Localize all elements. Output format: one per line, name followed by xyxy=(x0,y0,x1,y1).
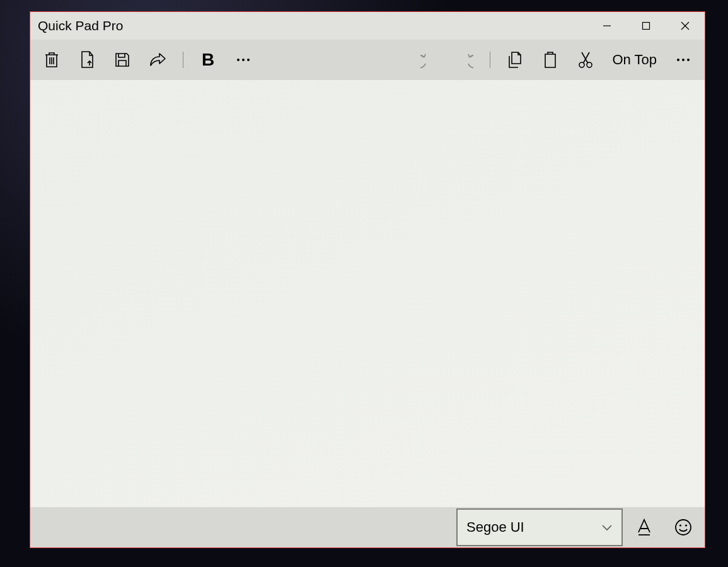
status-bar: Segoe UI xyxy=(30,507,705,547)
undo-button[interactable] xyxy=(412,42,447,77)
window-title: Quick Pad Pro xyxy=(38,18,123,33)
trash-icon xyxy=(43,51,60,69)
font-size-button[interactable] xyxy=(627,510,662,545)
emoji-icon xyxy=(674,518,692,536)
window-controls xyxy=(587,12,705,40)
maximize-button[interactable] xyxy=(627,12,666,40)
redo-icon xyxy=(456,51,473,69)
overflow-button[interactable] xyxy=(666,42,701,77)
svg-point-8 xyxy=(587,62,592,67)
open-file-button[interactable] xyxy=(69,42,105,77)
svg-point-7 xyxy=(579,62,584,67)
svg-point-11 xyxy=(687,59,690,61)
bold-button[interactable]: B xyxy=(190,42,226,77)
font-family-value: Segoe UI xyxy=(466,519,524,536)
save-button[interactable] xyxy=(105,42,140,77)
svg-point-5 xyxy=(242,59,245,61)
on-top-label: On Top xyxy=(612,52,657,68)
on-top-button[interactable]: On Top xyxy=(603,42,666,77)
text-editor-area[interactable] xyxy=(30,80,705,507)
svg-point-9 xyxy=(677,59,679,61)
svg-point-4 xyxy=(237,59,240,61)
font-size-icon xyxy=(636,518,652,536)
title-bar: Quick Pad Pro xyxy=(30,12,705,40)
save-icon xyxy=(114,52,130,68)
svg-point-15 xyxy=(685,524,687,526)
svg-point-13 xyxy=(676,520,691,535)
chevron-down-icon xyxy=(601,524,613,531)
file-open-icon xyxy=(79,50,95,69)
minimize-button[interactable] xyxy=(587,12,627,40)
minimize-icon xyxy=(603,21,611,30)
undo-icon xyxy=(420,51,438,69)
delete-button[interactable] xyxy=(34,42,69,77)
maximize-icon xyxy=(642,21,650,30)
more-icon xyxy=(676,57,691,62)
toolbar-separator xyxy=(482,52,497,68)
close-icon xyxy=(681,21,690,30)
share-icon xyxy=(148,52,167,68)
paste-button[interactable] xyxy=(533,42,568,77)
font-family-combobox[interactable]: Segoe UI xyxy=(456,508,623,546)
paste-icon xyxy=(543,51,558,69)
svg-point-14 xyxy=(679,524,681,526)
svg-rect-1 xyxy=(643,23,650,30)
cut-icon xyxy=(578,51,593,69)
copy-icon xyxy=(507,51,523,69)
cut-button[interactable] xyxy=(568,42,603,77)
copy-button[interactable] xyxy=(497,42,533,77)
emoji-button[interactable] xyxy=(666,510,701,545)
svg-point-10 xyxy=(682,59,685,61)
bold-icon: B xyxy=(202,50,214,70)
more-icon xyxy=(236,57,251,62)
more-format-button[interactable] xyxy=(226,42,261,77)
close-button[interactable] xyxy=(666,12,705,40)
redo-button[interactable] xyxy=(447,42,482,77)
app-window: Quick Pad Pro xyxy=(30,11,705,548)
share-button[interactable] xyxy=(140,42,175,77)
svg-point-6 xyxy=(247,59,250,61)
toolbar-separator xyxy=(175,52,190,68)
toolbar: B xyxy=(30,40,705,80)
